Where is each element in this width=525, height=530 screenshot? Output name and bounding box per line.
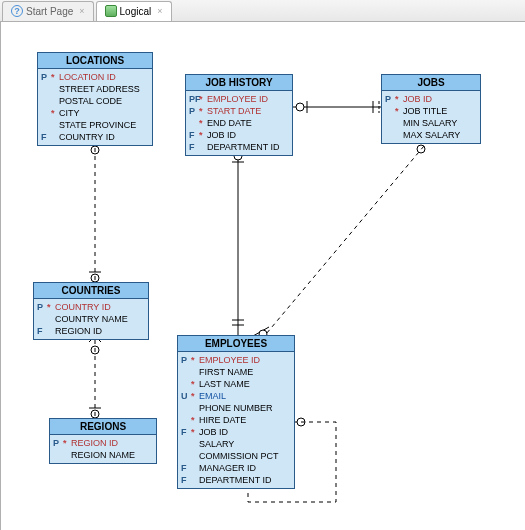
svg-point-7 (296, 103, 304, 111)
entity-title: JOBS (382, 75, 480, 91)
entity-body: P*COUNTRY IDCOUNTRY NAMEFREGION ID (34, 299, 148, 339)
attribute-key: P* (385, 93, 403, 105)
svg-point-11 (417, 145, 425, 153)
attribute-row: COMMISSION PCT (181, 450, 291, 462)
attribute-row: FDEPARTMENT ID (181, 474, 291, 486)
entity-locations[interactable]: LOCATIONS P*LOCATION IDSTREET ADDRESSPOS… (37, 52, 153, 146)
svg-line-10 (261, 140, 429, 340)
attribute-row: FREGION ID (37, 325, 145, 337)
attribute-row: F*JOB ID (181, 426, 291, 438)
close-icon[interactable]: × (79, 6, 84, 16)
attribute-row: P*COUNTRY ID (37, 301, 145, 313)
attribute-row: COUNTRY NAME (37, 313, 145, 325)
attribute-row: P*REGION ID (53, 437, 153, 449)
attribute-name: MAX SALARY (403, 129, 460, 141)
attribute-row: POSTAL CODE (41, 95, 149, 107)
tab-label: Start Page (26, 6, 73, 17)
entity-title: EMPLOYEES (178, 336, 294, 352)
attribute-key: F* (181, 426, 199, 438)
attribute-name: JOB ID (207, 129, 236, 141)
attribute-key: P* (189, 105, 207, 117)
attribute-name: REGION ID (55, 325, 102, 337)
attribute-row: REGION NAME (53, 449, 153, 461)
attribute-name: REGION ID (71, 437, 118, 449)
tab-start-page[interactable]: ? Start Page × (2, 1, 94, 21)
attribute-row: MIN SALARY (385, 117, 477, 129)
close-icon[interactable]: × (157, 6, 162, 16)
attribute-name: LOCATION ID (59, 71, 116, 83)
entity-title: REGIONS (50, 419, 156, 435)
attribute-name: DEPARTMENT ID (207, 141, 280, 153)
attribute-row: *CITY (41, 107, 149, 119)
entity-title: JOB HISTORY (186, 75, 292, 91)
attribute-key: * (181, 378, 199, 390)
entity-regions[interactable]: REGIONS P*REGION IDREGION NAME (49, 418, 157, 464)
attribute-row: STATE PROVINCE (41, 119, 149, 131)
attribute-name: MIN SALARY (403, 117, 457, 129)
entity-title: LOCATIONS (38, 53, 152, 69)
attribute-key: * (181, 414, 199, 426)
attribute-name: CITY (59, 107, 80, 119)
attribute-row: PHONE NUMBER (181, 402, 291, 414)
attribute-key: P* (181, 354, 199, 366)
tab-logical[interactable]: Logical × (96, 1, 172, 21)
attribute-name: COUNTRY ID (59, 131, 115, 143)
attribute-row: *LAST NAME (181, 378, 291, 390)
attribute-key: F (181, 462, 199, 474)
svg-point-5 (91, 410, 99, 418)
attribute-row: P*START DATE (189, 105, 289, 117)
attribute-name: DEPARTMENT ID (199, 474, 272, 486)
attribute-name: PHONE NUMBER (199, 402, 273, 414)
attribute-name: EMAIL (199, 390, 226, 402)
attribute-key: P* (41, 71, 59, 83)
svg-point-1 (91, 146, 99, 154)
attribute-name: STATE PROVINCE (59, 119, 136, 131)
diagram-icon (105, 5, 117, 17)
entity-body: P*LOCATION IDSTREET ADDRESSPOSTAL CODE*C… (38, 69, 152, 145)
attribute-key: * (41, 107, 59, 119)
attribute-row: *JOB TITLE (385, 105, 477, 117)
diagram-canvas[interactable]: LOCATIONS P*LOCATION IDSTREET ADDRESSPOS… (0, 22, 525, 530)
tab-bar: ? Start Page × Logical × (0, 0, 525, 22)
entity-employees[interactable]: EMPLOYEES P*EMPLOYEE IDFIRST NAME*LAST N… (177, 335, 295, 489)
attribute-key: F (181, 474, 199, 486)
attribute-row: FCOUNTRY ID (41, 131, 149, 143)
entity-countries[interactable]: COUNTRIES P*COUNTRY IDCOUNTRY NAMEFREGIO… (33, 282, 149, 340)
entity-job-history[interactable]: JOB HISTORY PF*EMPLOYEE IDP*START DATE*E… (185, 74, 293, 156)
attribute-row: SALARY (181, 438, 291, 450)
attribute-row: *HIRE DATE (181, 414, 291, 426)
attribute-name: POSTAL CODE (59, 95, 122, 107)
entity-body: PF*EMPLOYEE IDP*START DATE*END DATEF*JOB… (186, 91, 292, 155)
attribute-name: START DATE (207, 105, 261, 117)
attribute-name: EMPLOYEE ID (207, 93, 268, 105)
attribute-name: EMPLOYEE ID (199, 354, 260, 366)
attribute-name: COUNTRY NAME (55, 313, 128, 325)
attribute-name: REGION NAME (71, 449, 135, 461)
attribute-name: FIRST NAME (199, 366, 253, 378)
entity-jobs[interactable]: JOBS P*JOB ID*JOB TITLEMIN SALARYMAX SAL… (381, 74, 481, 144)
attribute-row: U*EMAIL (181, 390, 291, 402)
attribute-key: * (385, 105, 403, 117)
attribute-name: HIRE DATE (199, 414, 246, 426)
attribute-row: P*LOCATION ID (41, 71, 149, 83)
attribute-key: F (41, 131, 59, 143)
attribute-row: FMANAGER ID (181, 462, 291, 474)
svg-point-4 (91, 346, 99, 354)
attribute-name: STREET ADDRESS (59, 83, 140, 95)
attribute-row: PF*EMPLOYEE ID (189, 93, 289, 105)
entity-title: COUNTRIES (34, 283, 148, 299)
attribute-key: F (37, 325, 55, 337)
attribute-key: P* (37, 301, 55, 313)
attribute-row: MAX SALARY (385, 129, 477, 141)
entity-body: P*JOB ID*JOB TITLEMIN SALARYMAX SALARY (382, 91, 480, 143)
attribute-name: JOB TITLE (403, 105, 447, 117)
attribute-name: JOB ID (403, 93, 432, 105)
attribute-row: STREET ADDRESS (41, 83, 149, 95)
attribute-name: COMMISSION PCT (199, 450, 279, 462)
attribute-name: LAST NAME (199, 378, 250, 390)
entity-body: P*REGION IDREGION NAME (50, 435, 156, 463)
attribute-name: END DATE (207, 117, 252, 129)
attribute-name: SALARY (199, 438, 234, 450)
attribute-key: F (189, 141, 207, 153)
attribute-row: F*JOB ID (189, 129, 289, 141)
